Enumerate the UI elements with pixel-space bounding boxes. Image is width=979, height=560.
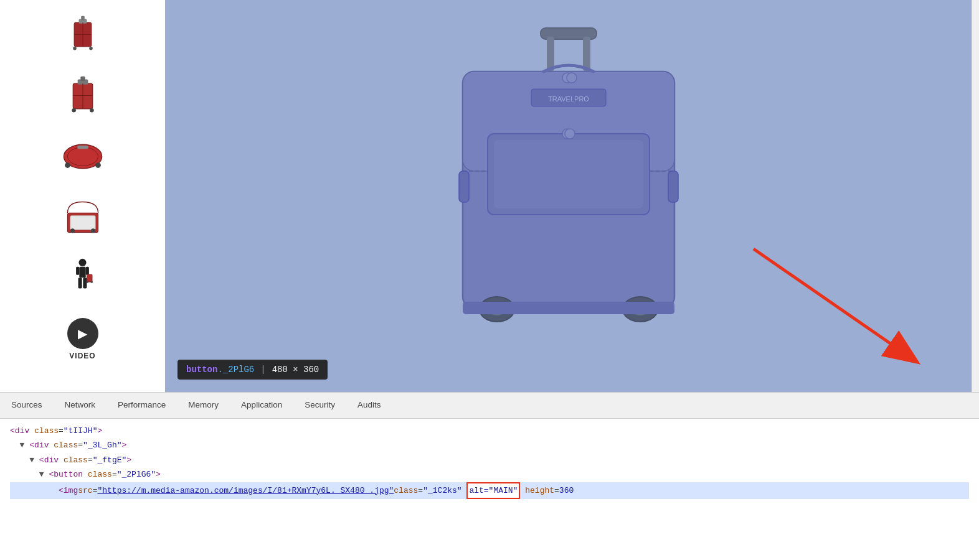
tooltip-class: ._2PlG6 <box>217 365 254 375</box>
tooltip-separator: | <box>260 365 265 375</box>
html-line-4: ▼ <button class="_2PlG6"> <box>10 467 969 482</box>
video-play-icon: ▶ <box>67 318 98 349</box>
thumbnail-4[interactable] <box>42 189 123 245</box>
svg-rect-20 <box>70 216 95 230</box>
svg-point-21 <box>70 228 74 233</box>
svg-rect-33 <box>547 37 554 71</box>
thumbnail-video[interactable]: ▶ VIDEO <box>42 311 123 367</box>
video-label: VIDEO <box>69 352 95 360</box>
thumbnail-5[interactable] <box>42 250 123 306</box>
devtools-tabs: Sources Network Performance Memory Appli… <box>0 393 979 419</box>
svg-rect-9 <box>80 76 85 80</box>
svg-point-23 <box>78 258 86 266</box>
svg-rect-18 <box>77 146 88 149</box>
svg-rect-50 <box>463 302 674 314</box>
devtools-panel: Sources Network Performance Memory Appli… <box>0 392 979 560</box>
devtools-html-content: <div class="tIIJH"> ▼ <div class="_3L_Gh… <box>0 419 979 560</box>
html-line-1: <div class="tIIJH"> <box>10 424 969 438</box>
tooltip-tag: button <box>186 365 217 375</box>
svg-rect-34 <box>583 37 590 71</box>
svg-rect-29 <box>87 274 92 282</box>
main-image-area: TRAVELPRO button ._2PlG6 | 480 × 360 <box>165 0 972 392</box>
svg-rect-4 <box>89 47 93 50</box>
tab-network[interactable]: Network <box>54 393 107 418</box>
tooltip-size: 480 × 360 <box>272 365 319 375</box>
red-arrow <box>722 218 972 392</box>
svg-rect-26 <box>86 266 89 274</box>
highlighted-alt-value: alt="MAIN" <box>466 482 520 499</box>
svg-point-16 <box>65 162 70 168</box>
thumbnail-3[interactable] <box>42 128 123 184</box>
svg-rect-28 <box>83 278 87 288</box>
svg-point-31 <box>91 281 93 282</box>
page-container: ▶ VIDEO <box>0 0 979 560</box>
thumbnail-sidebar: ▶ VIDEO <box>0 0 165 392</box>
svg-point-17 <box>95 162 101 168</box>
main-product-image: TRAVELPRO <box>407 22 731 370</box>
svg-point-22 <box>90 228 95 233</box>
svg-point-30 <box>87 281 88 282</box>
svg-point-43 <box>567 73 577 83</box>
svg-rect-2 <box>81 16 85 20</box>
thumbnail-2[interactable] <box>42 67 123 123</box>
svg-line-54 <box>754 249 915 361</box>
element-tooltip: button ._2PlG6 | 480 × 360 <box>177 360 328 380</box>
svg-rect-39 <box>494 140 643 208</box>
html-line-3: ▼ <div class="_ftgE"> <box>10 453 969 467</box>
tab-memory[interactable]: Memory <box>177 393 230 418</box>
page-scrollbar[interactable] <box>972 0 979 392</box>
tab-audits[interactable]: Audits <box>346 393 392 418</box>
svg-rect-10 <box>72 108 76 112</box>
tab-application[interactable]: Application <box>230 393 293 418</box>
svg-rect-11 <box>90 108 94 112</box>
html-line-5: <img src="https://m.media-amazon.com/ima… <box>10 482 969 499</box>
svg-rect-25 <box>76 266 79 274</box>
tab-sources[interactable]: Sources <box>0 393 54 418</box>
tab-performance[interactable]: Performance <box>106 393 177 418</box>
svg-rect-3 <box>73 47 77 50</box>
svg-rect-24 <box>79 266 85 277</box>
svg-text:TRAVELPRO: TRAVELPRO <box>548 95 589 103</box>
thumbnail-1[interactable] <box>42 6 123 62</box>
html-line-2: ▼ <div class="_3L_Gh"> <box>10 438 969 452</box>
main-content: ▶ VIDEO <box>0 0 979 392</box>
svg-rect-44 <box>459 171 469 202</box>
svg-rect-45 <box>668 171 678 202</box>
svg-rect-27 <box>78 278 82 288</box>
svg-point-41 <box>565 129 575 139</box>
tab-security[interactable]: Security <box>293 393 346 418</box>
